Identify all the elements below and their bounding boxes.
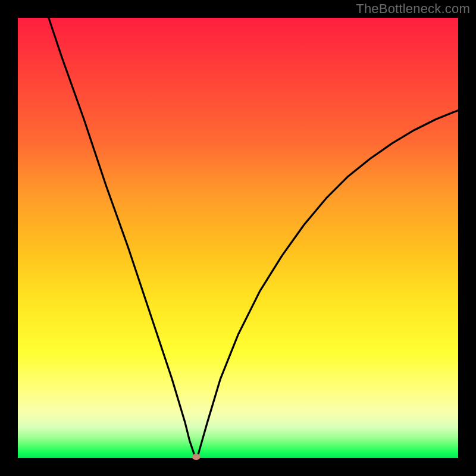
minimum-marker <box>192 454 201 460</box>
bottleneck-curve-svg <box>18 18 458 458</box>
watermark-text: TheBottleneck.com <box>356 1 470 17</box>
plot-area <box>18 18 458 458</box>
chart-frame: TheBottleneck.com <box>0 0 476 476</box>
bottleneck-curve <box>49 18 458 457</box>
